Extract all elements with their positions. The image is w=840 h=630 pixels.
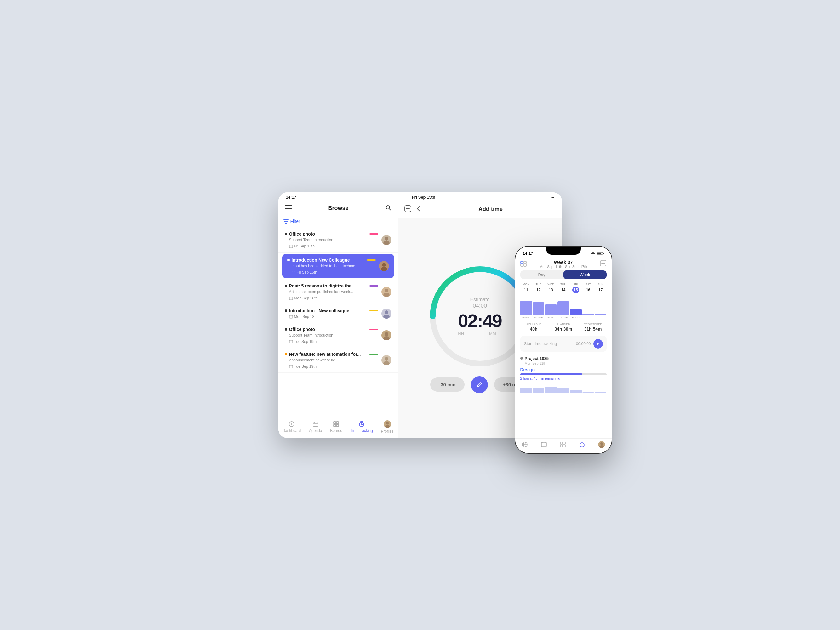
task-item[interactable]: Office photo Support Team Introduction F… [278,228,398,252]
cal-bars [520,296,606,315]
nav-profiles[interactable]: Profiles [381,420,394,433]
bar-sat [583,313,594,315]
calendar-days: MON11 TUE12 WED13 THU14 FRI15 SAT16 SUN1… [520,283,606,293]
svg-rect-43 [333,424,336,427]
nav-boards[interactable]: Boards [330,421,342,433]
task-item[interactable]: Office photo Support Team Introduction T… [278,323,398,348]
bar-fri [570,309,581,315]
cal-bar-labels: 7h 42m 6h 48m 5h 36m 7h 12m 3h 17m [520,316,606,319]
bar-sun [595,314,606,315]
project-section: Project 1035 Mon Sep 11th Design 2 hours… [520,356,606,393]
estimate-value: 04:00 [458,302,501,309]
svg-rect-61 [524,261,526,263]
svg-rect-75 [563,442,565,444]
task-item-active[interactable]: Introduction New Colleague Input has bee… [282,254,394,278]
svg-rect-76 [560,445,562,447]
svg-rect-1 [285,206,290,208]
svg-rect-74 [560,442,562,444]
svg-rect-0 [285,205,292,206]
menu-icon[interactable] [285,205,292,211]
phone: 14:17 Week 37 Mon Sep. 11th - Sun Sep. 1… [515,246,612,454]
tablet-time: 14:17 [286,195,296,200]
filter-row[interactable]: Filter [278,216,398,226]
phone-nav [515,438,612,453]
bar-wed [545,304,557,315]
search-icon[interactable] [385,205,392,212]
svg-point-19 [383,293,390,297]
project-date: Mon Sep 11th [525,361,606,365]
add-icon[interactable] [404,205,411,213]
task-item[interactable]: New feature: new automation for... Annou… [278,348,398,373]
svg-rect-15 [289,297,293,300]
svg-line-4 [389,209,391,210]
progress-bar-fill [520,373,583,375]
add-week-icon[interactable] [600,260,606,268]
nav-agenda[interactable]: Agenda [309,421,322,433]
bar-tue [533,302,544,315]
task-list: Office photo Support Team Introduction F… [278,226,398,417]
svg-rect-62 [521,264,523,266]
nav-timetracking[interactable]: Time tracking [350,421,373,433]
progress-bar-bg [520,373,606,375]
week-tab[interactable]: Week [564,271,606,279]
svg-rect-41 [333,422,336,424]
back-icon[interactable] [415,205,422,213]
svg-rect-25 [289,340,293,343]
timer-main-value: 02:49 [458,312,501,330]
minus-30-button[interactable]: -30 min [430,378,464,392]
time-tracker-row[interactable]: Start time tracking 00:00:00 ▶ [520,336,606,352]
svg-rect-10 [292,271,295,274]
phone-icons [591,252,604,255]
day-tab[interactable]: Day [520,271,564,279]
week-title: Week 37 [540,260,587,265]
bar-mon [520,301,532,315]
svg-point-36 [291,424,292,425]
svg-point-33 [385,357,388,361]
task-item[interactable]: Post: 5 reasons to digitize the... Artic… [278,280,398,304]
design-label: Design [520,367,606,372]
week-range: Mon Sep. 11th - Sun Sep. 17th [540,265,587,269]
avatar [381,235,392,245]
hh-label: HH [458,331,464,336]
stats-row: AVAILABLE 40h PLANNED 34h 30m REGISTERED… [520,323,606,332]
nav-dashboard[interactable]: Dashboard [282,421,301,433]
svg-point-29 [383,336,390,340]
mm-label: MM [489,331,496,336]
tablet-date: Fri Sep 15th [412,195,435,200]
project-name: Project 1035 [525,356,549,361]
svg-point-14 [381,267,387,271]
svg-rect-5 [289,245,293,248]
svg-rect-70 [542,443,546,447]
browse-panel: Browse Filter [278,201,398,438]
browse-title: Browse [328,205,348,211]
svg-point-83 [599,445,604,448]
svg-rect-2 [285,208,292,209]
svg-rect-44 [336,424,339,427]
svg-point-82 [600,443,603,445]
phone-time: 14:17 [523,251,533,256]
svg-rect-30 [289,365,293,368]
timer-center: Estimate 04:00 02:49 HH MM [458,297,501,336]
svg-rect-37 [313,422,318,426]
svg-point-18 [385,289,388,293]
svg-point-56 [593,254,594,255]
phone-nav-grid[interactable] [560,441,566,448]
svg-rect-63 [524,264,526,266]
svg-point-24 [383,315,390,319]
phone-nav-globe[interactable] [521,441,528,448]
svg-rect-20 [289,315,293,318]
tracker-placeholder: Start time tracking [524,341,576,346]
edit-timer-button[interactable] [471,376,488,393]
mini-cal-bars [520,383,606,393]
svg-point-34 [383,361,390,365]
play-button[interactable]: ▶ [594,339,603,348]
avatar [381,309,392,319]
phone-nav-timer[interactable] [579,441,585,448]
bar-thu [557,301,569,315]
task-item[interactable]: Introduction - New colleague Mon Sep 18t… [278,304,398,323]
svg-rect-60 [521,261,523,263]
svg-rect-58 [597,252,601,254]
phone-nav-calendar[interactable] [541,441,547,448]
svg-point-23 [385,310,388,314]
phone-nav-user[interactable] [598,441,605,448]
